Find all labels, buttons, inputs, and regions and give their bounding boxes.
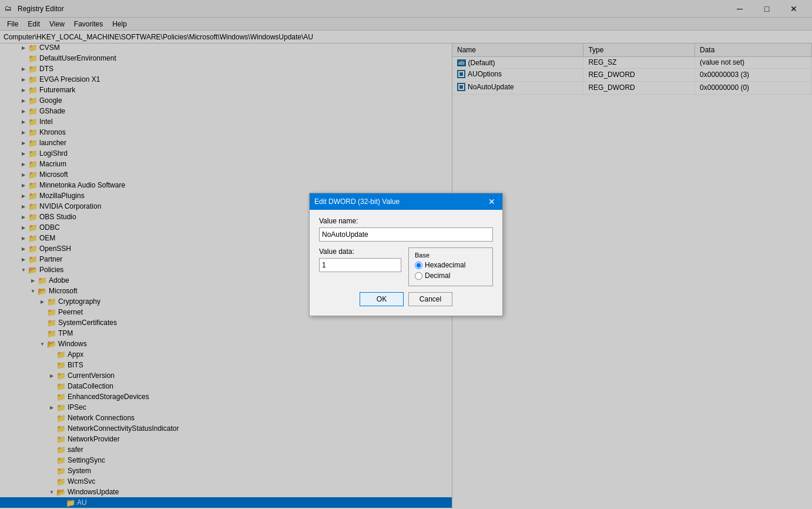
modal-close-button[interactable]: ✕	[486, 196, 498, 207]
hexadecimal-label[interactable]: Hexadecimal	[425, 261, 465, 269]
modal-title: Edit DWORD (32-bit) Value	[314, 197, 400, 206]
decimal-label[interactable]: Decimal	[425, 272, 450, 280]
ok-button[interactable]: OK	[360, 292, 404, 306]
hexadecimal-option[interactable]: Hexadecimal	[415, 261, 486, 269]
modal-title-bar: Edit DWORD (32-bit) Value ✕	[310, 193, 502, 210]
value-data-label: Value data:	[319, 247, 401, 256]
cancel-button[interactable]: Cancel	[408, 292, 452, 306]
decimal-option[interactable]: Decimal	[415, 272, 486, 280]
edit-dword-dialog: Edit DWORD (32-bit) Value ✕ Value name: …	[309, 193, 503, 316]
base-label: Base	[415, 252, 486, 259]
modal-body: Value name: Value data: Base Hexadecimal…	[310, 210, 502, 316]
value-name-input[interactable]	[319, 227, 493, 242]
modal-buttons: OK Cancel	[319, 292, 493, 306]
value-data-section: Value data:	[319, 247, 401, 286]
value-data-input[interactable]	[319, 258, 401, 272]
value-name-label: Value name:	[319, 217, 493, 225]
base-group: Base Hexadecimal Decimal	[408, 247, 493, 286]
hexadecimal-radio[interactable]	[415, 262, 422, 269]
modal-data-row: Value data: Base Hexadecimal Decimal	[319, 247, 493, 286]
decimal-radio[interactable]	[415, 272, 422, 280]
modal-overlay: Edit DWORD (32-bit) Value ✕ Value name: …	[0, 0, 812, 509]
